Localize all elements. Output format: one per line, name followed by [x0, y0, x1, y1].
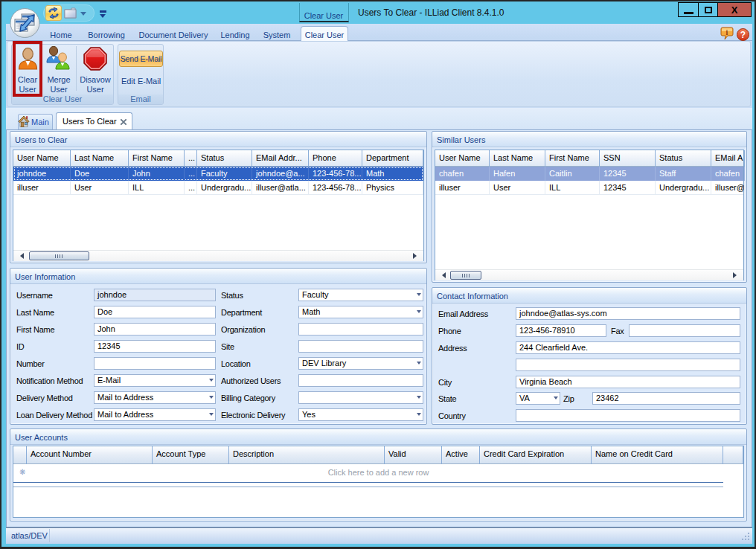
svg-text:i: i [726, 28, 728, 36]
svg-text:?: ? [740, 30, 746, 40]
